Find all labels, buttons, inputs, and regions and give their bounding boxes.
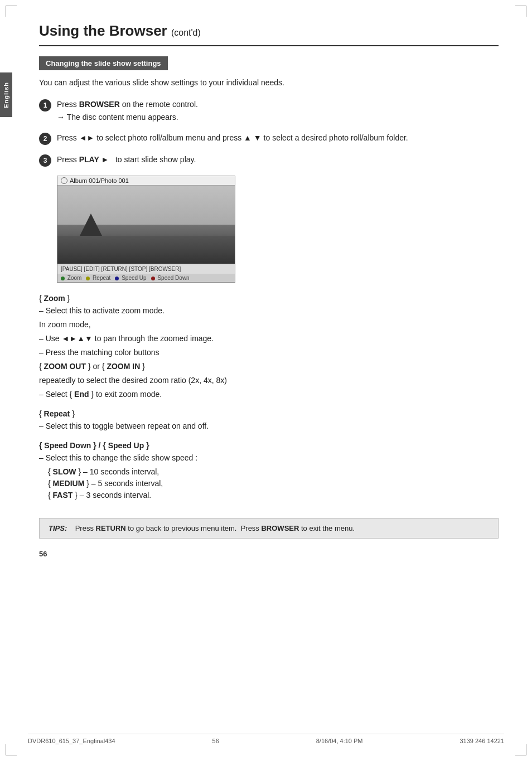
page-title-text: Using the Browser [39, 22, 167, 39]
sky-area [57, 186, 235, 225]
step-number-3: 3 [39, 154, 51, 167]
page-title-contd: (cont'd) [171, 28, 201, 37]
step-number-1: 1 [39, 99, 51, 112]
feature-speed-title: { Speed Down } / { Speed Up } [39, 441, 499, 450]
feature-speed: { Speed Down } / { Speed Up } – Select t… [39, 441, 499, 501]
feature-zoom-mode: In zoom mode, [39, 319, 499, 331]
feature-repeat-desc: – Select this to toggle between repeat o… [39, 420, 499, 432]
step-1: 1 Press BROWSER on the remote control. T… [39, 99, 499, 123]
tips-box: TIPS: Press RETURN to go back to previou… [39, 518, 499, 539]
step-3: 3 Press PLAY ► to start slide show play. [39, 154, 499, 167]
side-tab-english: English [0, 72, 12, 117]
page-title: Using the Browser (cont'd) [39, 22, 499, 46]
feature-repeat-title: { Repeat } [39, 409, 499, 418]
feature-speed-slow: { SLOW } – 10 seconds interval, [48, 466, 499, 478]
intro-text: You can adjust the various slide show se… [39, 77, 499, 89]
step-3-content: Press PLAY ► to start slide show play. [57, 154, 196, 166]
steps-list: 1 Press BROWSER on the remote control. T… [39, 99, 499, 167]
disc-icon [61, 177, 67, 184]
screenshot-controls: [PAUSE] [EDIT] [RETURN] [STOP] [BROWSER] [57, 264, 235, 274]
feature-zoom-pan: – Use ◄►▲▼ to pan through the zoomed ima… [39, 333, 499, 345]
screenshot-album-label: Album 001/Photo 001 [70, 177, 129, 184]
section-heading: Changing the slide show settings [39, 56, 168, 70]
feature-speed-fast: { FAST } – 3 seconds interval. [48, 489, 499, 501]
feature-zoom-end: – Select { End } to exit zoom mode. [39, 389, 499, 400]
footer: DVDR610_615_37_Engfinal434 56 8/16/04, 4… [28, 734, 504, 744]
corner-mark-br [515, 744, 526, 755]
screenshot-box: Album 001/Photo 001 [PAUSE] [EDIT] [RETU… [57, 176, 235, 283]
red-dot [151, 277, 155, 280]
footer-left: DVDR610_615_37_Engfinal434 [28, 738, 115, 744]
green-dot [61, 277, 65, 280]
step-1-content: Press BROWSER on the remote control. The… [57, 99, 198, 123]
main-content: Using the Browser (cont'd) Changing the … [28, 22, 499, 558]
tips-label: TIPS: [49, 524, 67, 532]
screenshot-image [57, 186, 235, 264]
step-2-content: Press ◄► to select photo roll/album menu… [57, 132, 408, 144]
yellow-dot [86, 277, 90, 280]
btn-speed-down: Speed Down [151, 275, 190, 281]
footer-far-right: 3139 246 14221 [460, 738, 504, 744]
feature-zoom-title: { Zoom } [39, 294, 499, 303]
feature-speed-desc: – Select this to change the slide show s… [39, 452, 499, 464]
side-tab-label: English [3, 82, 9, 108]
corner-mark-bl [6, 744, 17, 755]
feature-zoom-ratio: repeatedly to select the desired zoom ra… [39, 375, 499, 386]
feature-repeat: { Repeat } – Select this to toggle betwe… [39, 409, 499, 432]
step-2: 2 Press ◄► to select photo roll/album me… [39, 132, 499, 145]
btn-speed-up: Speed Up [115, 275, 146, 281]
feature-zoom-desc: – Select this to activate zoom mode. [39, 305, 499, 317]
feature-zoom-inout: { ZOOM OUT } or { ZOOM IN } [39, 361, 499, 372]
step-number-2: 2 [39, 133, 51, 145]
blue-dot [115, 277, 119, 280]
btn-repeat: Repeat [86, 275, 110, 281]
footer-right-date: 8/16/04, 4:10 PM [316, 738, 363, 744]
footer-center: 56 [212, 738, 219, 744]
screenshot-buttons: Zoom Repeat Speed Up Speed Down [57, 274, 235, 282]
dark-ground-area [57, 236, 235, 264]
feature-zoom-color: – Press the matching color buttons [39, 347, 499, 358]
feature-speed-medium: { MEDIUM } – 5 seconds interval, [48, 478, 499, 489]
corner-mark-tr [515, 6, 526, 17]
btn-zoom: Zoom [61, 275, 81, 281]
screenshot-header: Album 001/Photo 001 [57, 176, 235, 186]
corner-mark-tl [6, 6, 17, 17]
feature-zoom: { Zoom } – Select this to activate zoom … [39, 294, 499, 400]
step-1-arrow: The disc content menu appears. [57, 112, 198, 123]
page-number: 56 [39, 550, 499, 558]
